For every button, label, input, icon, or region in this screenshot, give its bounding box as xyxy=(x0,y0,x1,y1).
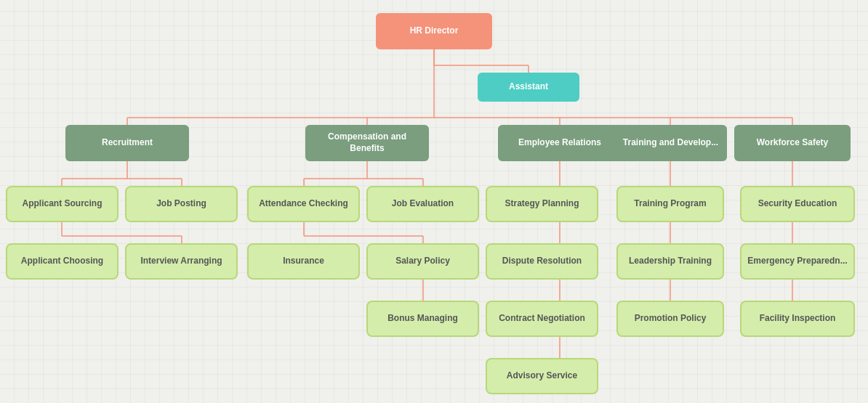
dept-recruitment-label: Recruitment xyxy=(102,137,153,149)
leaf-interview-arranging: Interview Arranging xyxy=(125,243,238,280)
leaf-applicant-choosing: Applicant Choosing xyxy=(6,243,118,280)
dept-workforce-label: Workforce Safety xyxy=(757,137,828,149)
leaf-strategy-planning: Strategy Planning xyxy=(486,186,598,222)
dept-compensation-label: Compensation and Benefits xyxy=(311,131,423,154)
leaf-security-education: Security Education xyxy=(740,186,855,222)
dept-recruitment: Recruitment xyxy=(65,125,189,161)
dept-training-label: Training and Develop... xyxy=(623,137,718,149)
assistant-node: Assistant xyxy=(478,73,579,102)
leaf-emergency-preparedness: Emergency Preparedn... xyxy=(740,243,855,280)
leaf-training-program: Training Program xyxy=(616,186,724,222)
leaf-advisory-service: Advisory Service xyxy=(486,358,598,394)
dept-training: Training and Develop... xyxy=(614,125,727,161)
leaf-contract-negotiation: Contract Negotiation xyxy=(486,301,598,337)
dept-employee-label: Employee Relations xyxy=(518,137,601,149)
leaf-job-evaluation: Job Evaluation xyxy=(366,186,479,222)
leaf-attendance-checking: Attendance Checking xyxy=(247,186,360,222)
director-label: HR Director xyxy=(410,25,459,37)
leaf-leadership-training: Leadership Training xyxy=(616,243,724,280)
leaf-facility-inspection: Facility Inspection xyxy=(740,301,855,337)
dept-employee: Employee Relations xyxy=(498,125,622,161)
org-chart: HR Director Assistant Recruitment Compen… xyxy=(0,0,868,403)
leaf-dispute-resolution: Dispute Resolution xyxy=(486,243,598,280)
assistant-label: Assistant xyxy=(509,81,548,93)
leaf-bonus-managing: Bonus Managing xyxy=(366,301,479,337)
dept-workforce: Workforce Safety xyxy=(734,125,851,161)
leaf-applicant-sourcing: Applicant Sourcing xyxy=(6,186,118,222)
leaf-salary-policy: Salary Policy xyxy=(366,243,479,280)
dept-compensation: Compensation and Benefits xyxy=(305,125,429,161)
leaf-job-posting: Job Posting xyxy=(125,186,238,222)
leaf-promotion-policy: Promotion Policy xyxy=(616,301,724,337)
director-node: HR Director xyxy=(376,13,492,49)
leaf-insurance: Insurance xyxy=(247,243,360,280)
